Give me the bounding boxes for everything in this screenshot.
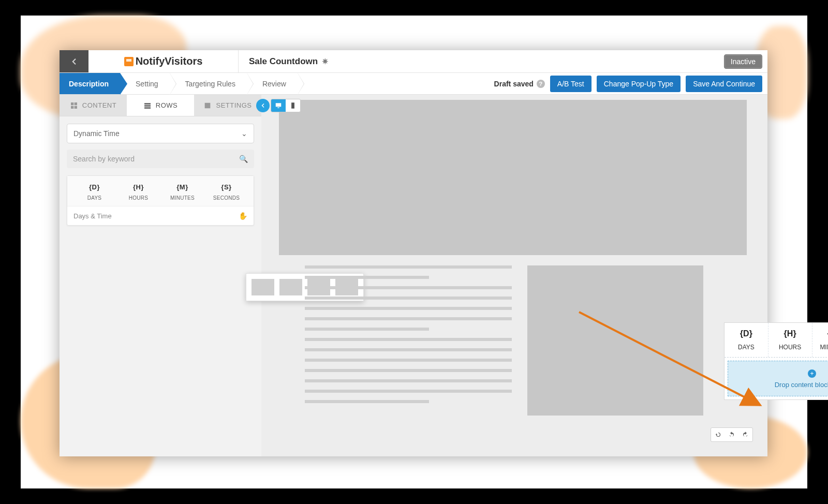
search-icon: 🔍: [239, 155, 248, 163]
brand-light: Visitors: [165, 55, 202, 67]
collapse-panel-button[interactable]: [256, 99, 270, 112]
device-toggle: [271, 99, 301, 112]
crumb-setting[interactable]: Setting: [120, 73, 170, 94]
topbar: NotifyVisitors Sale Countdown ✷ Inactive: [60, 50, 767, 73]
crumb-review[interactable]: Review: [247, 73, 298, 94]
tab-rows[interactable]: ROWS: [127, 95, 194, 116]
tab-content[interactable]: CONTENT: [60, 95, 127, 116]
panel-tabs: CONTENT ROWS SETTINGS: [60, 95, 261, 116]
placeholder-hero: [279, 100, 747, 255]
crumb-description[interactable]: Description: [60, 73, 120, 94]
history-controls: [711, 427, 753, 442]
desktop-view-button[interactable]: [271, 99, 286, 112]
drop-zone[interactable]: + Drop content blocks here: [728, 361, 828, 396]
placeholder-side: [527, 265, 703, 416]
row-type-select[interactable]: Dynamic Time ⌄: [67, 124, 254, 143]
search-input[interactable]: Search by keyword 🔍: [67, 150, 254, 168]
workspace: CONTENT ROWS SETTINGS Dynamic Time ⌄: [60, 95, 767, 456]
save-continue-button[interactable]: Save And Continue: [686, 76, 762, 92]
brand-icon: [124, 57, 134, 66]
page-title-area: Sale Countdown ✷: [239, 50, 724, 72]
step-bar: Description Setting Targeting Rules Revi…: [60, 73, 767, 95]
change-type-button[interactable]: Change Pop-Up Type: [597, 76, 681, 92]
block-name: Days & Time: [73, 212, 112, 220]
chevron-down-icon: ⌄: [241, 129, 247, 138]
canvas[interactable]: ✕ {D}DAYS {H}HOURS {M}MINUTES {S}SECONDS…: [269, 100, 757, 446]
redo-button[interactable]: [739, 429, 751, 440]
tab-settings[interactable]: SETTINGS: [194, 95, 261, 116]
brand-logo: NotifyVisitors: [88, 50, 239, 72]
breadcrumb: Description Setting Targeting Rules Revi…: [60, 73, 298, 94]
help-icon[interactable]: ?: [537, 80, 545, 88]
mobile-view-button[interactable]: [286, 99, 300, 112]
status-badge[interactable]: Inactive: [724, 54, 762, 69]
placeholder-text: [305, 265, 512, 410]
ab-test-button[interactable]: A/B Test: [550, 76, 592, 92]
crumb-targeting[interactable]: Targeting Rules: [170, 73, 247, 94]
history-button[interactable]: [712, 429, 724, 440]
gear-icon[interactable]: ✷: [322, 57, 329, 66]
draft-status: Draft saved ?: [494, 80, 545, 88]
page-title: Sale Countdown: [249, 56, 318, 67]
grab-icon[interactable]: ✋: [239, 212, 247, 220]
undo-button[interactable]: [726, 429, 738, 440]
app-window: NotifyVisitors Sale Countdown ✷ Inactive…: [60, 50, 767, 456]
plus-icon: +: [808, 369, 816, 378]
dropped-timer-widget[interactable]: ✕ {D}DAYS {H}HOURS {M}MINUTES {S}SECONDS…: [724, 322, 828, 400]
side-panel: CONTENT ROWS SETTINGS Dynamic Time ⌄: [60, 95, 261, 456]
timer-block-card[interactable]: {D}DAYS {H}HOURS {M}MINUTES {S}SECONDS D…: [67, 175, 254, 226]
brand-bold: Notify: [136, 55, 165, 67]
back-button[interactable]: [60, 50, 88, 72]
